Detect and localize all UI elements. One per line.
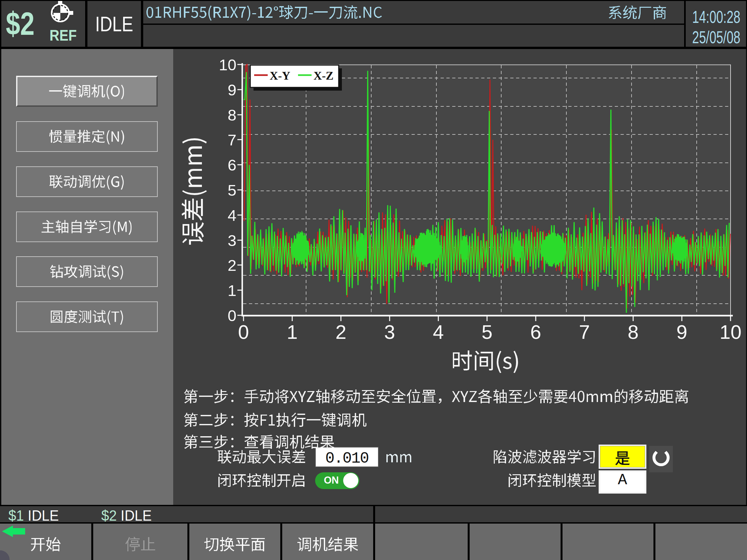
svg-text:2: 2 bbox=[228, 257, 236, 274]
svg-text:8: 8 bbox=[228, 106, 236, 124]
svg-text:2: 2 bbox=[335, 321, 346, 343]
svg-text:0: 0 bbox=[228, 307, 236, 324]
svg-text:3: 3 bbox=[384, 321, 395, 343]
svg-text:9: 9 bbox=[228, 81, 236, 99]
svg-text:8: 8 bbox=[628, 321, 639, 343]
svg-text:7: 7 bbox=[579, 321, 590, 343]
svg-text:7: 7 bbox=[228, 131, 236, 149]
svg-text:6: 6 bbox=[530, 321, 541, 343]
svg-text:10: 10 bbox=[720, 321, 742, 343]
svg-text:5: 5 bbox=[228, 182, 236, 199]
svg-text:9: 9 bbox=[676, 321, 687, 343]
svg-text:1: 1 bbox=[228, 282, 236, 299]
svg-text:3: 3 bbox=[228, 232, 236, 249]
svg-text:4: 4 bbox=[228, 207, 236, 224]
svg-text:10: 10 bbox=[219, 56, 236, 74]
svg-text:1: 1 bbox=[287, 321, 298, 343]
svg-text:0: 0 bbox=[238, 321, 249, 343]
svg-text:5: 5 bbox=[482, 321, 492, 343]
svg-text:X-Y: X-Y bbox=[269, 69, 290, 82]
svg-text:X-Z: X-Z bbox=[313, 69, 334, 82]
svg-text:4: 4 bbox=[433, 321, 444, 343]
svg-text:6: 6 bbox=[228, 156, 236, 174]
